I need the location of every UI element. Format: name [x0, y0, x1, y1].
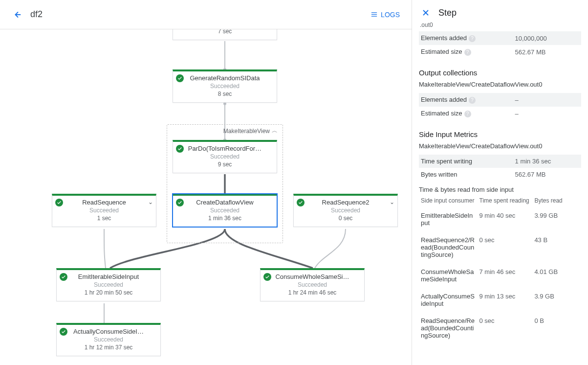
graph-node-name: GenerateRandomSIData — [177, 74, 273, 82]
logs-button[interactable]: LOGS — [367, 9, 404, 21]
bytes-written-value: 562.67 MB — [513, 168, 581, 181]
time-cell: 0 sec — [478, 312, 533, 344]
graph-node-time: 1 hr 20 min 50 sec — [61, 289, 156, 296]
consumer-cell: ReadSequence2/Read(BoundedCountingSource… — [419, 231, 478, 263]
graph-node-consume[interactable]: ConsumeWholeSameSi… Succeeded 1 hr 24 mi… — [260, 268, 365, 301]
bytes-cell: 3.9 GB — [532, 288, 581, 312]
time-cell: 0 sec — [478, 231, 533, 263]
output-collection-name: MakeIterableView/CreateDataflowView.out0 — [419, 81, 581, 88]
back-button[interactable] — [8, 6, 25, 23]
estimated-size-value: 562.67 MB — [513, 45, 581, 59]
graph-node-readsequence2[interactable]: ⌄ ReadSequence2 Succeeded 0 sec — [293, 194, 398, 227]
bytes-cell: 0 B — [532, 312, 581, 344]
out0-sub: .out0 — [420, 22, 581, 28]
succeeded-icon — [263, 273, 271, 281]
graph-node-status: Succeeded — [61, 281, 156, 288]
output-collections-title: Output collections — [419, 68, 581, 77]
read-table: Side input consumer Time spent reading B… — [419, 195, 581, 344]
elements-added-label: Elements added — [421, 96, 467, 103]
graph-node-status: Succeeded — [61, 336, 156, 343]
read-header-bytes: Bytes read — [532, 195, 581, 207]
bytes-cell: 3.99 GB — [532, 207, 581, 231]
side-input-metrics-title: Side Input Metrics — [419, 130, 581, 138]
bytes-written-label: Bytes written — [419, 168, 513, 181]
chevron-up-icon: ︿ — [272, 127, 278, 135]
bytes-cell: 43 B — [532, 231, 581, 263]
graph-node-status: Succeeded — [264, 281, 360, 288]
time-spent-writing-value: 1 min 36 sec — [513, 155, 581, 168]
table-row: EmitIterableSideInput9 min 40 sec3.99 GB — [419, 207, 581, 231]
output-collection-table: Elements added? – Estimated size? – — [419, 93, 581, 120]
graph-node-time: 1 hr 12 min 37 sec — [61, 344, 156, 351]
graph-node-time: 0 sec — [298, 215, 393, 222]
estimated-size-label: Estimated size — [421, 110, 462, 117]
chevron-down-icon[interactable]: ⌄ — [390, 199, 394, 205]
estimated-size-value: – — [513, 107, 581, 120]
close-panel-button[interactable] — [419, 6, 433, 20]
consumer-cell: ConsumeWholeSameSideInput — [419, 263, 478, 288]
consumer-cell: EmitIterableSideInput — [419, 207, 478, 231]
elements-added-value: – — [513, 93, 581, 107]
table-row: ReadSequence2/Read(BoundedCountingSource… — [419, 231, 581, 263]
graph-node-time: 9 sec — [177, 161, 273, 168]
graph-node-name: ConsumeWholeSameSi… — [264, 273, 360, 280]
time-cell: 9 min 40 sec — [478, 207, 533, 231]
input-collection-table: Elements added? 10,000,000 Estimated siz… — [419, 31, 581, 59]
graph-node-createdataflowview[interactable]: CreateDataflowView Succeeded 1 min 36 se… — [173, 194, 277, 227]
graph-node-name: ParDo(ToIsmRecordFor… — [177, 145, 273, 152]
help-icon[interactable]: ? — [464, 111, 471, 117]
write-metrics-table: Time spent writing 1 min 36 sec Bytes wr… — [419, 155, 581, 181]
read-header-consumer: Side input consumer — [419, 195, 478, 207]
table-row: ActuallyConsumeSideInput9 min 13 sec3.9 … — [419, 288, 581, 312]
graph-node-status: Succeeded — [177, 83, 273, 90]
consumer-cell: ActuallyConsumeSideInput — [419, 288, 478, 312]
panel-title: Step — [438, 8, 457, 18]
header: df2 LOGS — [0, 0, 412, 29]
graph-node-name: CreateDataflowView — [177, 199, 273, 206]
graph-node-time: 7 sec — [177, 29, 273, 35]
graph-node-time: 1 hr 24 min 46 sec — [264, 289, 360, 296]
graph-node-time: 1 sec — [56, 215, 152, 222]
table-row: ReadSequence/Read(BoundedCountingSource)… — [419, 312, 581, 344]
logs-label: LOGS — [381, 11, 400, 19]
help-icon[interactable]: ? — [469, 97, 476, 104]
read-header-time: Time spent reading — [478, 195, 533, 207]
graph-node-readsequence[interactable]: ⌄ ReadSequence Succeeded 1 sec — [52, 194, 156, 227]
succeeded-icon — [60, 328, 67, 336]
succeeded-icon — [176, 74, 184, 82]
graph-node-emit[interactable]: EmitIterableSideInput Succeeded 1 hr 20 … — [56, 268, 161, 301]
graph-node-name: ReadSequence — [56, 199, 152, 206]
bytes-cell: 4.01 GB — [532, 263, 581, 288]
graph-node-time: 1 min 36 sec — [177, 215, 273, 222]
graph-canvas[interactable]: Succeeded 7 sec GenerateRandomSIData Suc… — [0, 29, 412, 365]
graph-node-top[interactable]: Succeeded 7 sec — [173, 29, 277, 40]
graph-node-status: Succeeded — [298, 207, 393, 214]
time-spent-writing-label: Time spent writing — [419, 155, 513, 168]
help-icon[interactable]: ? — [464, 49, 471, 56]
graph-node-status: Succeeded — [56, 207, 152, 214]
graph-node-name: ReadSequence2 — [298, 199, 393, 206]
graph-node-status: Succeeded — [177, 153, 273, 160]
chevron-down-icon[interactable]: ⌄ — [148, 199, 153, 205]
graph-node-name: ActuallyConsumeSideI… — [61, 328, 156, 335]
svg-rect-2 — [371, 14, 377, 15]
elements-added-value: 10,000,000 — [513, 31, 581, 45]
succeeded-icon — [60, 273, 67, 281]
compound-label-text: MakeIterableView — [223, 128, 270, 135]
page-title: df2 — [30, 9, 43, 20]
svg-rect-3 — [371, 16, 377, 17]
step-panel: Step .out0 Elements added? 10,000,000 Es… — [412, 0, 588, 365]
graph-node-name: EmitIterableSideInput — [61, 273, 156, 280]
compound-label[interactable]: MakeIterableView ︿ — [223, 127, 278, 135]
graph-node-generate[interactable]: GenerateRandomSIData Succeeded 8 sec — [173, 69, 277, 103]
graph-node-status: Succeeded — [177, 207, 273, 214]
succeeded-icon — [176, 145, 184, 153]
graph-node-actually[interactable]: ActuallyConsumeSideI… Succeeded 1 hr 12 … — [56, 323, 161, 356]
help-icon[interactable]: ? — [469, 35, 476, 42]
estimated-size-label: Estimated size — [421, 48, 462, 55]
elements-added-label: Elements added — [421, 34, 467, 42]
table-row: ConsumeWholeSameSideInput7 min 46 sec4.0… — [419, 263, 581, 288]
graph-node-pardo[interactable]: ParDo(ToIsmRecordFor… Succeeded 9 sec — [173, 140, 277, 173]
succeeded-icon — [297, 199, 305, 206]
read-section-title: Time & bytes read from side input — [419, 186, 581, 193]
